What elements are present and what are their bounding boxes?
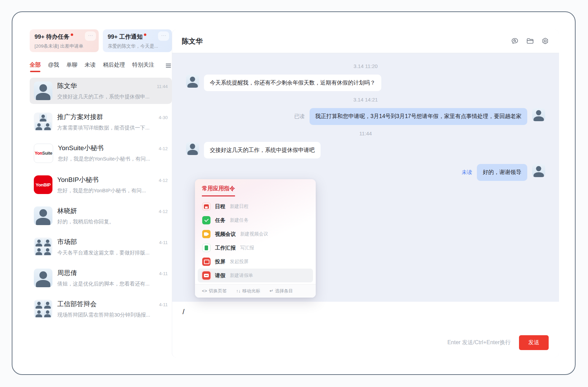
avatar: YonSuite — [34, 144, 53, 163]
settings-icon[interactable] — [541, 37, 549, 45]
conversation-item[interactable]: YonSuiteYonSuite小秘书4-12您好，我是您的YonSuite小秘… — [30, 140, 172, 167]
conversation-main: YonSuite小秘书4-12您好，我是您的YonSuite小秘书，有问... — [58, 144, 168, 162]
conversation-preview: 倩姐，这是优化后的脚本，您看看还有... — [57, 281, 168, 287]
conversation-name: 陈文华 — [57, 81, 77, 90]
conversation-preview: 方案需要填写详细数据，能否提供一下... — [57, 125, 168, 131]
avatar — [532, 108, 545, 121]
hamburger-menu-icon[interactable] — [165, 62, 172, 72]
avatar — [34, 81, 52, 100]
conversation-preview: 交接好这几天的工作，系统中提休假申... — [57, 94, 168, 100]
conversation-item[interactable]: YonBIPYonBIP小秘书4-12您好，我是您的YonBIP小秘书，有问..… — [30, 172, 172, 198]
filter-tab-1[interactable]: @我 — [48, 61, 59, 72]
key-label: 移动光标 — [242, 288, 260, 293]
calendar-icon — [202, 202, 210, 211]
avatar — [532, 164, 545, 177]
command-name: 任务 — [215, 217, 225, 224]
task-icon — [202, 216, 210, 224]
group-avatar-cell — [39, 114, 47, 122]
conversation-preview: 您好，我是您的YonSuite小秘书，有问... — [58, 156, 168, 162]
avatar — [34, 269, 52, 287]
conversation-item[interactable]: 推广方案对接群4-30方案需要填写详细数据，能否提供一下... — [30, 109, 172, 135]
conversation-time: 11:44 — [154, 84, 168, 89]
conversation-item[interactable]: 工信部答辩会4-11现场答辩团队需在答辩前30分钟到场报... — [30, 296, 172, 322]
conversation-preview: 现场答辩团队需在答辩前30分钟到场报... — [57, 312, 168, 318]
filter-tab-0[interactable]: 全部 — [30, 61, 41, 72]
key-label: 切换页签 — [209, 288, 227, 293]
conversation-main: 推广方案对接群4-30方案需要填写详细数据，能否提供一下... — [57, 113, 168, 131]
conversation-main: YonBIP小秘书4-12您好，我是您的YonBIP小秘书，有问... — [57, 175, 168, 194]
command-item-calendar[interactable]: 日程新建日程 — [198, 200, 313, 213]
work-notices-card-title: 99+ 工作通知 — [108, 33, 167, 41]
todo-tasks-card-title: 99+ 待办任务 — [35, 33, 94, 41]
tab-list: 全部@我单聊未读稍后处理特别关注 — [30, 61, 165, 72]
conversation-head: 工信部答辩会4-11 — [57, 300, 168, 309]
timestamp: 3.14 14:21 — [186, 97, 545, 103]
read-status: 未读 — [462, 169, 472, 176]
conversation-item[interactable]: 林晓妍4-12好的，我稍后给你回复。 — [30, 203, 172, 229]
message-input[interactable]: / — [183, 308, 549, 335]
send-button[interactable]: 发送 — [519, 335, 549, 350]
timestamp: 3.14 11:20 — [186, 63, 545, 69]
conversation-time: 4-11 — [156, 240, 168, 245]
filter-tab-2[interactable]: 单聊 — [66, 61, 77, 72]
keyboard-hint: <>切换页签 — [202, 288, 227, 294]
command-item-leave[interactable]: 请假新建请假单 — [198, 269, 313, 282]
conversation-head: YonBIP小秘书4-12 — [57, 175, 168, 184]
command-item-cast[interactable]: 投屏发起投屏 — [198, 255, 313, 269]
message-bubble: 交接好这几天的工作，系统中提休假申请吧 — [204, 142, 321, 158]
conversation-head: 陈文华11:44 — [57, 81, 168, 90]
conversation-main: 陈文华11:44交接好这几天的工作，系统中提休假申... — [57, 81, 168, 100]
chat-header: 陈文华 — [172, 29, 559, 53]
command-popup-footer: <>切换页签↑↓移动光标↵选择条目 — [195, 284, 316, 298]
conversation-item[interactable]: 市场部4-11今天各平台通发这篇文章，要做好排版... — [30, 234, 172, 260]
conversation-item[interactable]: 周思倩4-11倩姐，这是优化后的脚本，您看看还有... — [30, 265, 172, 291]
key-glyph: <> — [202, 288, 207, 293]
chat-history-search-icon[interactable] — [511, 37, 519, 45]
todo-tasks-card[interactable]: 99+ 待办任务 [209条未读] 出差申请单 — [30, 29, 99, 52]
send-shortcut-hint: Enter 发送/Ctrl+Enter换行 — [447, 339, 511, 346]
avatar — [34, 300, 52, 318]
command-name: 日程 — [215, 203, 225, 210]
red-dot-badge — [144, 33, 146, 36]
chat-panel: 陈文华 — [172, 29, 559, 358]
command-item-video[interactable]: 视频会议新建视频会议 — [198, 227, 313, 241]
command-desc: 写汇报 — [240, 245, 254, 251]
conversation-preview: 好的，我稍后给你回复。 — [57, 219, 168, 225]
filter-tab-4[interactable]: 稍后处理 — [103, 61, 125, 72]
conversation-main: 工信部答辩会4-11现场答辩团队需在答辩前30分钟到场报... — [57, 300, 168, 318]
command-item-task[interactable]: 任务新建任务 — [198, 213, 313, 227]
folder-icon[interactable] — [526, 37, 534, 45]
filter-tab-5[interactable]: 特别关注 — [132, 61, 154, 72]
command-list: 日程新建日程任务新建任务视频会议新建视频会议工作汇报写汇报投屏发起投屏请假新建请… — [195, 196, 316, 284]
conversation-preview: 您好，我是您的YonBIP小秘书，有问... — [57, 187, 168, 194]
conversation-list: 陈文华11:44交接好这几天的工作，系统中提休假申...推广方案对接群4-30方… — [30, 78, 172, 358]
message-bubble: 好的，谢谢领导 — [477, 164, 527, 181]
group-avatar-cell — [35, 239, 43, 246]
conversation-time: 4-12 — [156, 146, 168, 151]
incoming-message: 交接好这几天的工作，系统中提休假申请吧 — [186, 142, 545, 158]
conversation-main: 林晓妍4-12好的，我稍后给你回复。 — [57, 206, 168, 225]
command-name: 工作汇报 — [215, 245, 236, 251]
command-popup-header: 常用应用指令 — [195, 179, 316, 196]
conversation-time: 4-30 — [156, 115, 168, 120]
key-glyph: ↑↓ — [236, 288, 241, 293]
work-notices-card[interactable]: 99+ 工作通知 亲爱的陈文华，今天是... — [103, 29, 172, 52]
group-avatar-cell — [43, 247, 51, 255]
report-icon — [202, 244, 210, 252]
command-name: 视频会议 — [215, 231, 236, 238]
outgoing-message: 未读好的，谢谢领导 — [186, 164, 545, 181]
command-desc: 发起投屏 — [230, 259, 248, 265]
shortcut-cards: 99+ 待办任务 [209条未读] 出差申请单 99+ 工作通知 亲爱的陈文华，… — [30, 29, 172, 52]
card-subtitle: [209条未读] 出差申请单 — [35, 43, 94, 49]
conversation-item[interactable]: 陈文华11:44交接好这几天的工作，系统中提休假申... — [30, 78, 172, 104]
command-desc: 新建日程 — [230, 203, 248, 210]
filter-tab-3[interactable]: 未读 — [85, 61, 96, 72]
command-item-report[interactable]: 工作汇报写汇报 — [198, 241, 313, 255]
avatar — [34, 113, 52, 131]
conversation-time: 4-11 — [156, 271, 168, 276]
group-avatar-cell — [35, 247, 43, 255]
message-bubble: 我正打算和您申请呢，3月14号到3月17号想请年假，家里有点事情处理，要回趟老家 — [310, 108, 527, 125]
group-avatar-cell — [43, 239, 51, 246]
avatar — [34, 238, 52, 256]
card-title-text: 99+ 工作通知 — [108, 33, 143, 41]
